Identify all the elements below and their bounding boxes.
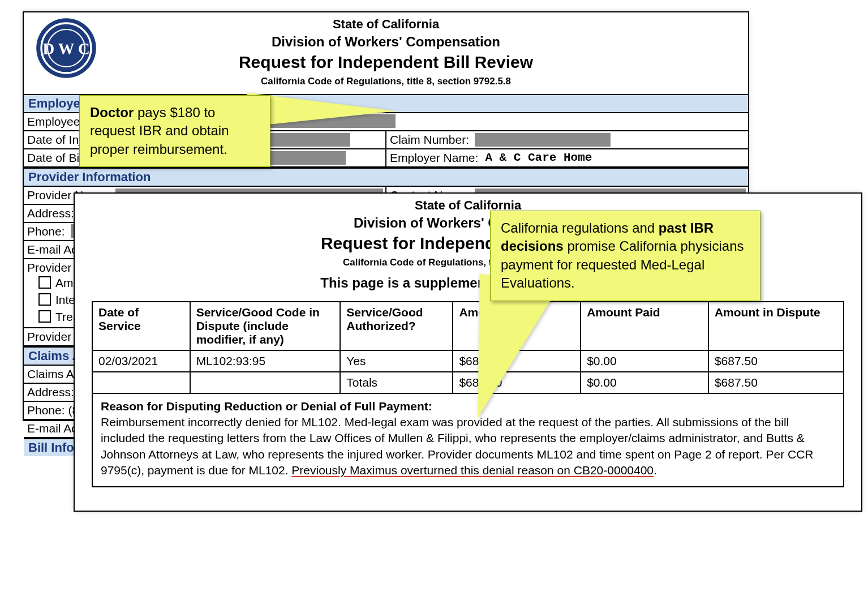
th-code: Service/Good Code in Dispute (include mo… (190, 302, 341, 350)
th-paid: Amount Paid (581, 302, 708, 350)
redaction (475, 133, 610, 147)
value-employer-name: A & C Care Home (482, 150, 595, 165)
checkbox-icon[interactable] (38, 293, 51, 306)
cell-auth: Yes (340, 350, 453, 372)
form-header: State of California Division of Workers'… (24, 12, 748, 88)
cell-totals-label: Totals (340, 372, 453, 393)
reason-body-underlined: Previously Maximus overturned this denia… (291, 464, 654, 477)
th-dos: Date of Service (92, 302, 190, 350)
label-phone: Phone: (24, 223, 68, 240)
checkbox-icon[interactable] (38, 310, 51, 323)
cell-dispute: $687.50 (708, 350, 844, 372)
callout1-bold: Doctor (90, 105, 134, 120)
dwc-logo: D W C (35, 17, 97, 79)
svg-text:D W C: D W C (42, 40, 89, 58)
reason-title: Reason for Disputing Reduction or Denial… (101, 400, 432, 413)
th-dispute: Amount in Dispute (708, 302, 844, 350)
checkbox-icon[interactable] (38, 276, 51, 289)
cell-totals-dispute: $687.50 (708, 372, 844, 393)
cell-totals-paid: $0.00 (581, 372, 708, 393)
callout2-pre: California regulations and (501, 220, 659, 235)
cell-code: ML102:93:95 (190, 350, 341, 372)
callout-regulations: California regulations and past IBR deci… (490, 211, 760, 301)
section-provider: Provider Information (24, 168, 748, 187)
label-address: Address: (24, 384, 78, 401)
callout-doctor-pays: Doctor pays $180 to request IBR and obta… (79, 95, 270, 167)
header-division: Division of Workers' Compensation (24, 33, 748, 51)
th-auth: Service/Good Authorized? (340, 302, 453, 350)
label-claim-number: Claim Number: (386, 132, 472, 148)
header-state: State of California (24, 16, 748, 33)
cell-paid: $0.00 (581, 350, 708, 372)
reason-body-post: . (654, 464, 657, 477)
cell-dos: 02/03/2021 (92, 350, 190, 372)
label-address: Address: (24, 205, 78, 222)
header-title: Request for Independent Bill Review (24, 51, 748, 74)
label-employer-name: Employer Name: (386, 150, 482, 166)
